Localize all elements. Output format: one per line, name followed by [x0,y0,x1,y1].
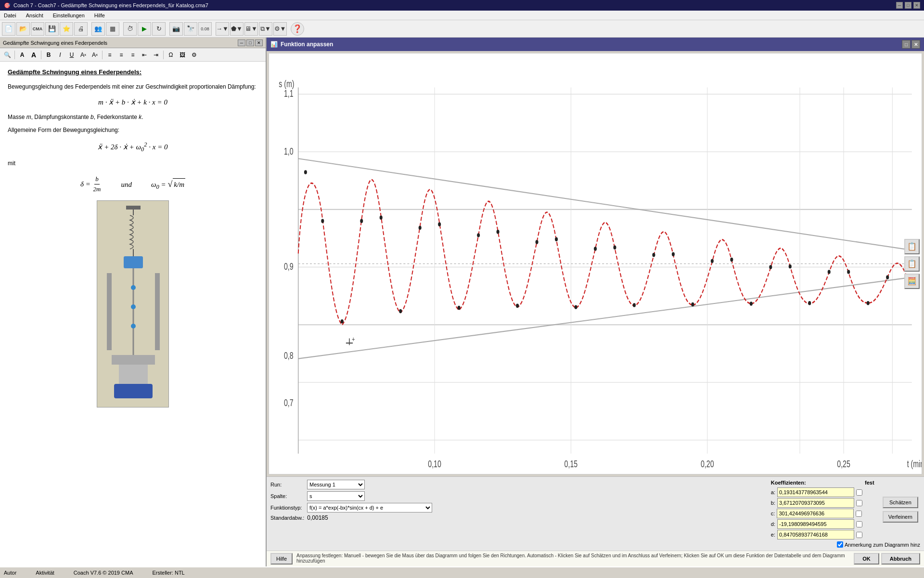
print-button[interactable]: 🖨 [74,22,88,36]
form-left-col: Run: Messung 1 Spalte: s Funktionstyp: [270,480,767,539]
svg-text:0,25: 0,25 [837,459,850,470]
align-left-btn[interactable]: ≡ [104,50,115,60]
coeff-d-checkbox[interactable] [856,521,862,527]
title-bar-controls[interactable]: ─ □ ✕ [896,2,920,9]
panel-close-btn[interactable]: ✕ [255,39,263,46]
bold-btn[interactable]: B [43,50,54,60]
save-button[interactable]: 💾 [45,22,59,36]
ok-button[interactable]: OK [854,553,879,565]
svg-text:0,10: 0,10 [428,459,441,470]
coeff-b-input[interactable] [777,498,854,508]
left-panel: Gedämpfte Schwingung eines Federpendels … [0,38,267,566]
svg-point-67 [769,265,772,269]
svg-point-69 [808,301,811,305]
panel-minimize-btn[interactable]: ─ [238,39,245,46]
coeff-b-checkbox[interactable] [856,500,862,506]
arrow-tool[interactable]: →▼ [216,22,229,36]
subscript-btn[interactable]: Ax [78,50,89,60]
svg-point-70 [828,270,831,274]
calculator-icon-btn[interactable]: 🧮 [904,274,920,289]
help-button[interactable]: ❓ [291,22,304,36]
status-version: Coach V7.6 © 2019 CMA [74,570,133,576]
menu-ansicht[interactable]: Ansicht [24,12,45,19]
verfeinern-button[interactable]: Verfeinern [883,511,918,523]
menu-einstellungen[interactable]: Einstellungen [51,12,87,19]
maximize-button[interactable]: □ [905,2,911,9]
run-select[interactable]: Messung 1 [307,480,365,489]
fest-label: fest [862,480,877,486]
minimize-button[interactable]: ─ [896,2,903,9]
schaetzen-button[interactable]: Schätzen [883,497,918,508]
svg-text:1,1: 1,1 [284,88,294,99]
coeff-e-input[interactable] [777,530,854,539]
new-button[interactable]: 📄 [2,22,15,36]
svg-text:0,8: 0,8 [284,350,294,361]
svg-point-56 [555,237,558,241]
layers-tool[interactable]: ⧉▼ [259,22,272,36]
panel-maximize-btn[interactable]: □ [246,39,254,46]
timer-button[interactable]: ⏱ [123,22,137,36]
clipboard-icon-btn[interactable]: 📋 [904,239,920,254]
refresh-button[interactable]: ↻ [152,22,166,36]
dialog-title-buttons[interactable]: □ ✕ [902,40,920,49]
coeff-a-checkbox[interactable] [856,489,862,496]
play-button[interactable]: ▶ [138,22,151,36]
menu-datei[interactable]: Datei [2,12,18,19]
italic-btn[interactable]: I [55,50,65,60]
superscript-btn[interactable]: Ax [90,50,100,60]
align-center-btn[interactable]: ≡ [116,50,127,60]
side-icons[interactable]: 📋 📋 🧮 [904,239,920,289]
abbruch-button[interactable]: Abbruch [881,553,920,565]
formula3: δ = b 2m und ω0 = √ k/m [8,174,258,195]
zoom-tool[interactable]: 🔍 [2,50,13,60]
hilfe-button[interactable]: Hilfe [270,553,293,565]
align-right-btn[interactable]: ≡ [128,50,138,60]
coeff-a-input[interactable] [777,487,854,497]
svg-point-68 [789,264,792,268]
main-toolbar: 📄 📂 CMA 💾 ⭐ 🖨 👥 ▦ ⏱ ▶ ↻ 📷 🔭 0.08 →▼ ⬟▼ 🖥… [0,20,924,38]
indent-btn[interactable]: ⇤ [139,50,150,60]
dialog-maximize-btn[interactable]: □ [902,40,911,49]
formula-btn[interactable]: ⚙ [189,50,199,60]
number-button[interactable]: 0.08 [198,22,212,36]
svg-point-72 [867,301,870,305]
spalte-select[interactable]: s [307,491,365,501]
svg-point-48 [399,309,402,313]
omega-formula: ω0 = √ k/m [151,177,185,192]
coeff-d-input[interactable] [777,519,854,529]
panel-title-buttons[interactable]: ─ □ ✕ [238,39,263,46]
star-button[interactable]: ⭐ [60,22,73,36]
menu-hilfe[interactable]: Hilfe [92,12,107,19]
outdent-btn[interactable]: ⇥ [151,50,161,60]
students-button[interactable]: 👥 [91,22,105,36]
status-bar: Autor Aktivität Coach V7.6 © 2019 CMA Er… [0,566,924,578]
svg-point-43 [304,170,307,174]
doc-para3: Allgemeine Form der Bewegungsgleichung: [8,126,258,135]
funktionstyp-select[interactable]: f(x) = a*exp(-bx)*sin(cx + d) + e [307,503,432,512]
open-button[interactable]: 📂 [16,22,30,36]
image-btn[interactable]: 🖼 [177,50,188,60]
coeff-c-checkbox[interactable] [856,511,862,517]
instruction-bar: Hilfe Anpassung festlegen: Manuell - bew… [267,551,924,566]
coeff-e-checkbox[interactable] [856,532,862,538]
omega-btn[interactable]: Ω [166,50,176,60]
close-button[interactable]: ✕ [913,2,920,9]
underline-btn[interactable]: U [66,50,77,60]
scope-button[interactable]: 🔭 [184,22,197,36]
settings-tool[interactable]: ⚙▼ [273,22,287,36]
grid-button[interactable]: ▦ [106,22,119,36]
clipboard2-icon-btn[interactable]: 📋 [904,256,920,272]
coeff-d-row: d: [771,519,877,529]
coeff-e-row: e: [771,530,877,539]
anmerkung-checkbox[interactable] [837,541,843,548]
font-size-btn[interactable]: A [28,50,39,60]
dialog-close-btn[interactable]: ✕ [911,40,920,49]
polygon-tool[interactable]: ⬟▼ [230,22,244,36]
coeff-c-input[interactable] [777,509,854,518]
camera-button[interactable]: 📷 [169,22,183,36]
doc-heading: Gedämpfte Schwingung eines Federpendels: [8,67,258,78]
formula2: ẍ + 2δ · ẋ + ω02 · x = 0 [8,140,258,154]
font-a-btn[interactable]: A [17,50,27,60]
monitor-tool[interactable]: 🖥▼ [244,22,258,36]
cma-button[interactable]: CMA [31,22,44,36]
